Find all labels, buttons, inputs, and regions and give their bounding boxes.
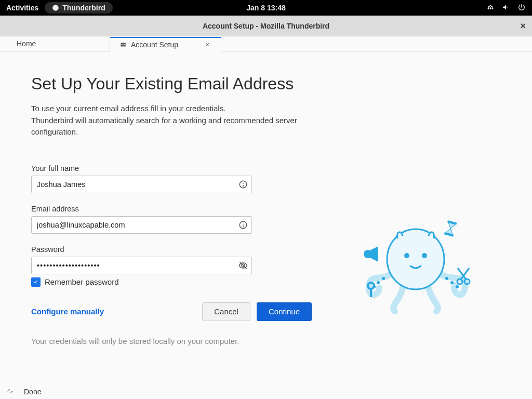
gnome-topbar: Activities Thunderbird Jan 8 13:48 [0,0,532,16]
thunderbird-icon [52,4,59,11]
intro-line-2: Thunderbird will automatically search fo… [31,115,312,138]
sync-icon[interactable] [5,388,15,396]
local-storage-note: Your credentials will only be stored loc… [31,337,312,345]
remember-password-label: Remember password [45,277,119,286]
configure-manually-link[interactable]: Configure manually [31,307,104,316]
remember-password-checkbox[interactable]: Remember password [31,277,312,287]
cancel-button[interactable]: Cancel [202,302,250,321]
window-title: Account Setup - Mozilla Thunderbird [203,22,329,30]
sound-icon[interactable] [502,3,510,13]
status-bar: Done [0,384,532,399]
email-label: Email address [31,205,312,213]
info-icon[interactable] [238,180,248,189]
octopus-illustration [353,178,478,345]
tab-setup-label: Account Setup [131,41,178,49]
password-input[interactable] [31,257,252,274]
page-heading: Set Up Your Existing Email Address [31,74,312,94]
password-label: Password [31,245,312,254]
svg-point-5 [450,281,454,284]
svg-point-10 [364,250,372,258]
tab-home-label: Home [17,39,36,48]
svg-point-9 [422,253,427,258]
mail-settings-icon [119,41,127,48]
continue-button[interactable]: Continue [257,302,312,321]
svg-rect-14 [370,288,372,297]
email-input[interactable] [31,216,252,234]
svg-point-7 [387,229,444,289]
eye-slash-icon[interactable] [238,261,248,270]
svg-point-0 [52,5,59,11]
current-app-chip[interactable]: Thunderbird [45,2,112,14]
info-icon[interactable] [238,220,248,230]
name-input[interactable] [31,176,252,193]
name-label: Your full name [31,164,312,172]
main-content: Set Up Your Existing Email Address To us… [0,51,532,368]
app-name-label: Thunderbird [62,4,105,12]
svg-point-3 [382,277,385,280]
tab-strip: Home Account Setup × [0,36,532,51]
tab-home[interactable]: Home [0,36,110,51]
power-icon[interactable] [517,3,526,13]
intro-line-1: To use your current email address fill i… [31,103,312,115]
svg-point-2 [377,281,380,284]
window-titlebar[interactable]: Account Setup - Mozilla Thunderbird × [0,16,532,36]
tab-close-button[interactable]: × [203,41,211,49]
svg-point-6 [445,277,448,280]
clock[interactable]: Jan 8 13:48 [246,4,286,12]
window-close-button[interactable]: × [520,21,526,32]
svg-point-8 [404,253,409,258]
tab-account-setup[interactable]: Account Setup × [110,37,221,51]
network-icon[interactable] [486,3,495,13]
activities-button[interactable]: Activities [6,4,38,12]
status-text: Done [24,388,41,396]
svg-point-4 [456,285,459,288]
checkbox-checked-icon [31,277,41,287]
